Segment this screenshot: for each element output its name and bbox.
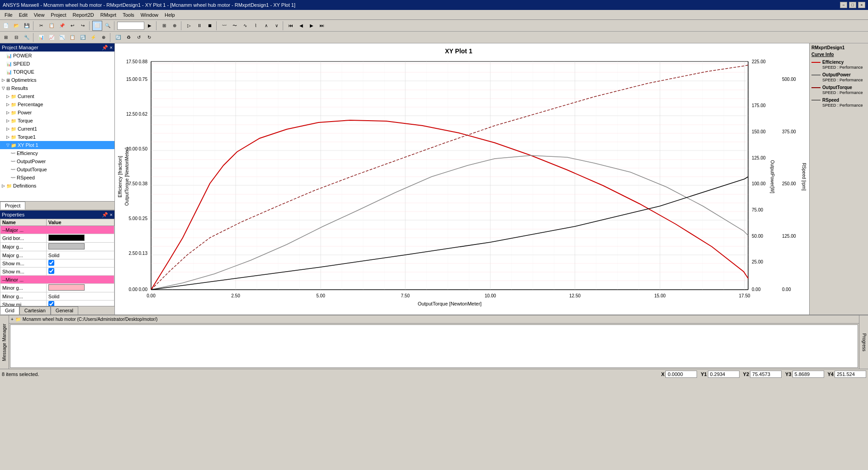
tb-cut[interactable]: ✂ bbox=[36, 21, 46, 31]
tb2-13[interactable]: ↺ bbox=[134, 33, 144, 42]
props-major-g1-value[interactable] bbox=[46, 243, 114, 251]
tb-stop[interactable]: ⏹ bbox=[205, 21, 215, 31]
tb2-2[interactable]: ⊟ bbox=[11, 33, 21, 42]
tree-xyplot1[interactable]: ▽ 📁 XY Plot 1 bbox=[0, 141, 114, 149]
menu-report2d[interactable]: Report2D bbox=[70, 11, 97, 19]
tree-outputtorque[interactable]: 〰 OutputTorque bbox=[0, 165, 114, 174]
tb-wave2[interactable]: 〜 bbox=[230, 21, 240, 31]
yleft2-tick-2: 5.00 bbox=[129, 216, 138, 221]
props-minor-g2-name: Minor g... bbox=[0, 292, 47, 301]
tb-wave5[interactable]: ∧ bbox=[261, 21, 271, 31]
tb-wave[interactable]: 〰 bbox=[219, 21, 229, 31]
show-mi-checkbox[interactable] bbox=[48, 301, 54, 306]
tb-undo[interactable]: ↩ bbox=[67, 21, 77, 31]
tb-first[interactable]: ⏮ bbox=[286, 21, 296, 31]
tb-grid[interactable]: ⊞ bbox=[159, 21, 169, 31]
tb-wave3[interactable]: ∿ bbox=[240, 21, 250, 31]
tab-project[interactable]: Project bbox=[0, 202, 25, 210]
tab-cartesian[interactable]: Cartesian bbox=[19, 306, 51, 315]
tb2-9[interactable]: ⚡ bbox=[88, 33, 98, 42]
message-bar: Message Manager + 📁 Mcnamm wheel hub mot… bbox=[0, 315, 868, 369]
tb2-8[interactable]: 🔃 bbox=[78, 33, 88, 42]
menu-edit[interactable]: Edit bbox=[16, 11, 30, 19]
tree-efficiency[interactable]: 〰 Efficiency bbox=[0, 149, 114, 157]
tab-grid[interactable]: Grid bbox=[0, 306, 19, 315]
tb-run[interactable]: ▷ bbox=[184, 21, 194, 31]
torque2-icon: 📁 bbox=[11, 118, 16, 123]
tb-prev[interactable]: ◀ bbox=[296, 21, 306, 31]
props-close[interactable]: × bbox=[110, 212, 113, 218]
tree-power[interactable]: 📊 POWER bbox=[0, 52, 114, 60]
tree-percentage[interactable]: ▷ 📁 Percentage bbox=[0, 100, 114, 108]
tree-torque2[interactable]: ▷ 📁 Torque bbox=[0, 117, 114, 125]
tb2-6[interactable]: 📉 bbox=[57, 33, 67, 42]
x-tick-6: 15.00 bbox=[654, 293, 665, 298]
tree-definitions-label: Definitions bbox=[13, 183, 36, 188]
menu-help[interactable]: Help bbox=[162, 11, 178, 19]
tb2-7[interactable]: 📋 bbox=[67, 33, 77, 42]
props-minor-g1-value[interactable] bbox=[46, 284, 114, 292]
tb-wave6[interactable]: ∨ bbox=[271, 21, 281, 31]
tree-power2[interactable]: ▷ 📁 Power bbox=[0, 108, 114, 117]
tb-open[interactable]: 📂 bbox=[11, 21, 21, 31]
tb-next[interactable]: ▶ bbox=[307, 21, 317, 31]
tb-select[interactable]: ⬜ bbox=[92, 21, 102, 31]
status-y4-value: 251.524 bbox=[835, 371, 866, 378]
tb2-3[interactable]: 🔧 bbox=[22, 33, 32, 42]
minor-g1-swatch[interactable] bbox=[48, 284, 85, 291]
tree-current[interactable]: ▷ 📁 Current bbox=[0, 92, 114, 100]
tree-results[interactable]: ▽ ⊟ Results bbox=[0, 84, 114, 92]
tb2-11[interactable]: 🔄 bbox=[113, 33, 123, 42]
close-btn[interactable]: × bbox=[858, 2, 865, 8]
minimize-btn[interactable]: − bbox=[840, 2, 847, 8]
tree-torque1[interactable]: ▷ 📁 Torque1 bbox=[0, 133, 114, 141]
props-show-m2-value[interactable] bbox=[46, 268, 114, 276]
optimetrics-icon: ⊞ bbox=[6, 78, 10, 83]
tab-general[interactable]: General bbox=[51, 306, 78, 315]
tb-search-input[interactable] bbox=[117, 22, 144, 30]
tree-optimetrics[interactable]: ▷ ⊞ Optimetrics bbox=[0, 76, 114, 84]
show-m2-checkbox[interactable] bbox=[48, 268, 54, 274]
menu-view[interactable]: View bbox=[31, 11, 47, 19]
tb-save[interactable]: 💾 bbox=[22, 21, 32, 31]
props-show-m1-value[interactable] bbox=[46, 259, 114, 268]
menu-project[interactable]: Project bbox=[48, 11, 69, 19]
tb-pause[interactable]: ⏸ bbox=[194, 21, 204, 31]
pm-close[interactable]: × bbox=[110, 45, 113, 51]
tb2-4[interactable]: 📊 bbox=[36, 33, 46, 42]
tb2-1[interactable]: ⊞ bbox=[1, 33, 11, 42]
show-m1-checkbox[interactable] bbox=[48, 260, 54, 266]
message-expand-btn[interactable]: + bbox=[11, 317, 14, 322]
menu-window[interactable]: Window bbox=[138, 11, 161, 19]
tb-paste[interactable]: 📌 bbox=[57, 21, 67, 31]
menu-file[interactable]: File bbox=[2, 11, 15, 19]
tb2-14[interactable]: ↻ bbox=[144, 33, 154, 42]
tree-rspeed[interactable]: 〰 RSpeed bbox=[0, 174, 114, 182]
tb-new[interactable]: 📄 bbox=[1, 21, 11, 31]
major-g1-swatch[interactable] bbox=[48, 243, 85, 249]
tree-speed[interactable]: 📊 SPEED bbox=[0, 60, 114, 68]
props-grid-border-value[interactable] bbox=[46, 234, 114, 243]
tree-outputpower[interactable]: 〰 OutputPower bbox=[0, 157, 114, 165]
restore-btn[interactable]: □ bbox=[849, 2, 856, 8]
pm-pin[interactable]: 📌 bbox=[102, 45, 108, 51]
tb2-5[interactable]: 📈 bbox=[47, 33, 57, 42]
tree-definitions[interactable]: ▷ 📁 Definitions bbox=[0, 182, 114, 190]
menu-rmxprt[interactable]: RMxprt bbox=[98, 11, 119, 19]
tree-torque[interactable]: 📊 TORQUE bbox=[0, 68, 114, 76]
props-show-mi-value[interactable] bbox=[46, 301, 114, 306]
tb2-10[interactable]: ⊕ bbox=[99, 33, 109, 42]
tb2-12[interactable]: ♻ bbox=[123, 33, 133, 42]
tb-last[interactable]: ⏭ bbox=[317, 21, 327, 31]
tree-current1[interactable]: ▷ 📁 Current1 bbox=[0, 125, 114, 133]
props-pin[interactable]: 📌 bbox=[102, 212, 108, 218]
tb-wave4[interactable]: ⌇ bbox=[251, 21, 261, 31]
tb-zoom[interactable]: 🔍 bbox=[103, 21, 113, 31]
tb-copy[interactable]: 📋 bbox=[47, 21, 57, 31]
menu-tools[interactable]: Tools bbox=[120, 11, 137, 19]
tree-optimetrics-label: Optimetrics bbox=[11, 77, 37, 83]
tb-redo[interactable]: ↪ bbox=[78, 21, 88, 31]
grid-border-swatch[interactable] bbox=[48, 235, 85, 241]
tb-go[interactable]: ▶ bbox=[145, 21, 155, 31]
tb-target[interactable]: ⊕ bbox=[170, 21, 180, 31]
